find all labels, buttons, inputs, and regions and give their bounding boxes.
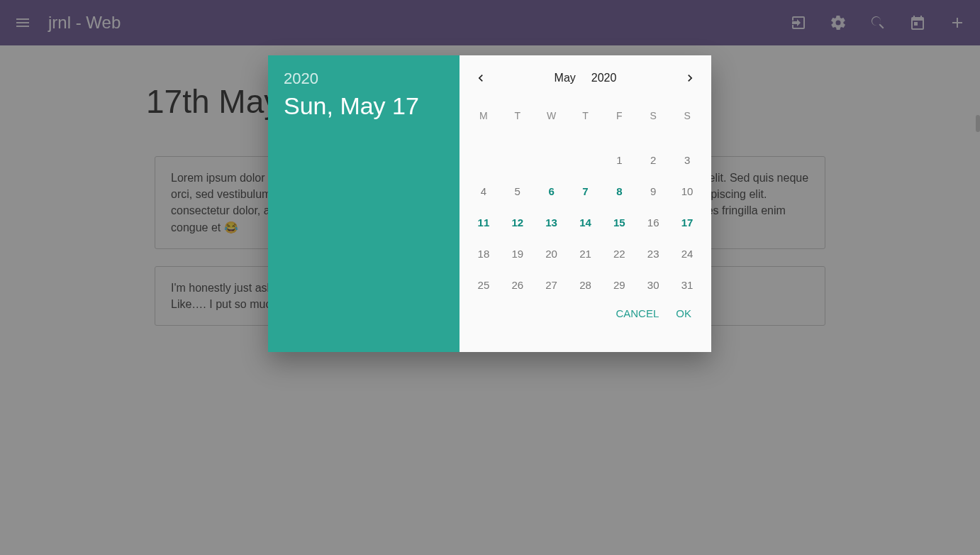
datepicker-day-cell[interactable]: 12 [501, 207, 535, 238]
datepicker-day-cell[interactable]: 24 [670, 238, 704, 269]
datepicker-day-cell[interactable]: 5 [501, 175, 535, 207]
datepicker-empty-cell [467, 144, 501, 175]
datepicker-day-cell[interactable]: 14 [569, 207, 603, 238]
datepicker-day-cell[interactable]: 10 [670, 175, 704, 207]
datepicker-day-cell[interactable]: 3 [670, 144, 704, 175]
datepicker-empty-cell [569, 144, 603, 175]
datepicker-selected-date: Sun, May 17 [284, 92, 444, 120]
datepicker-grid: MTWTFSS123456789101112131415161718192021… [467, 99, 704, 300]
datepicker-day-cell[interactable]: 20 [535, 238, 569, 269]
datepicker-day-cell[interactable]: 21 [569, 238, 603, 269]
datepicker-day-cell[interactable]: 30 [636, 269, 670, 300]
datepicker-day-cell[interactable]: 31 [670, 269, 704, 300]
datepicker-day-cell[interactable]: 29 [602, 269, 636, 300]
datepicker-day-cell[interactable]: 7 [569, 175, 603, 207]
datepicker-day-cell[interactable]: 25 [467, 269, 501, 300]
datepicker-day-cell[interactable]: 4 [467, 175, 501, 207]
datepicker-day-cell[interactable]: 6 [535, 175, 569, 207]
datepicker-day-cell[interactable]: 28 [569, 269, 603, 300]
datepicker-day-cell[interactable]: 23 [636, 238, 670, 269]
datepicker-dow-header: W [535, 99, 569, 131]
datepicker-day-cell[interactable]: 17 [670, 207, 704, 238]
next-month-button[interactable] [676, 64, 704, 92]
prev-month-button[interactable] [467, 64, 495, 92]
datepicker-day-cell[interactable]: 9 [636, 175, 670, 207]
datepicker-year[interactable]: 2020 [284, 70, 444, 88]
cancel-button[interactable]: CANCEL [616, 307, 659, 319]
ok-button[interactable]: OK [676, 307, 691, 319]
datepicker-day-cell[interactable]: 16 [636, 207, 670, 238]
datepicker-day-cell[interactable]: 11 [467, 207, 501, 238]
datepicker-calendar-panel: May 2020 MTWTFSS123456789101112131415161… [460, 55, 711, 352]
datepicker-summary-panel: 2020 Sun, May 17 [268, 55, 460, 352]
datepicker-dow-header: S [636, 99, 670, 131]
datepicker-day-cell[interactable]: 19 [501, 238, 535, 269]
datepicker-day-cell[interactable]: 27 [535, 269, 569, 300]
datepicker-dow-header: T [501, 99, 535, 131]
datepicker-day-cell[interactable]: 18 [467, 238, 501, 269]
datepicker-day-cell[interactable]: 26 [501, 269, 535, 300]
datepicker-empty-cell [501, 144, 535, 175]
datepicker-nav-year-label: 2020 [591, 72, 617, 84]
datepicker-day-cell[interactable]: 2 [636, 144, 670, 175]
datepicker-day-cell[interactable]: 8 [602, 175, 636, 207]
datepicker-dow-header: F [602, 99, 636, 131]
chevron-right-icon [683, 71, 697, 85]
datepicker-dialog: 2020 Sun, May 17 May 2020 MTWTFSS1234567… [268, 55, 711, 352]
chevron-left-icon [474, 71, 488, 85]
datepicker-dow-header: T [569, 99, 603, 131]
datepicker-day-cell[interactable]: 13 [535, 207, 569, 238]
datepicker-dow-header: S [670, 99, 704, 131]
datepicker-day-cell[interactable]: 1 [602, 144, 636, 175]
datepicker-empty-cell [535, 144, 569, 175]
datepicker-month-year: May 2020 [555, 72, 617, 84]
datepicker-dow-header: M [467, 99, 501, 131]
datepicker-month-label: May [555, 72, 576, 84]
datepicker-nav: May 2020 [467, 62, 704, 99]
datepicker-day-cell[interactable]: 22 [602, 238, 636, 269]
datepicker-actions: CANCEL OK [467, 300, 704, 322]
datepicker-day-cell[interactable]: 15 [602, 207, 636, 238]
